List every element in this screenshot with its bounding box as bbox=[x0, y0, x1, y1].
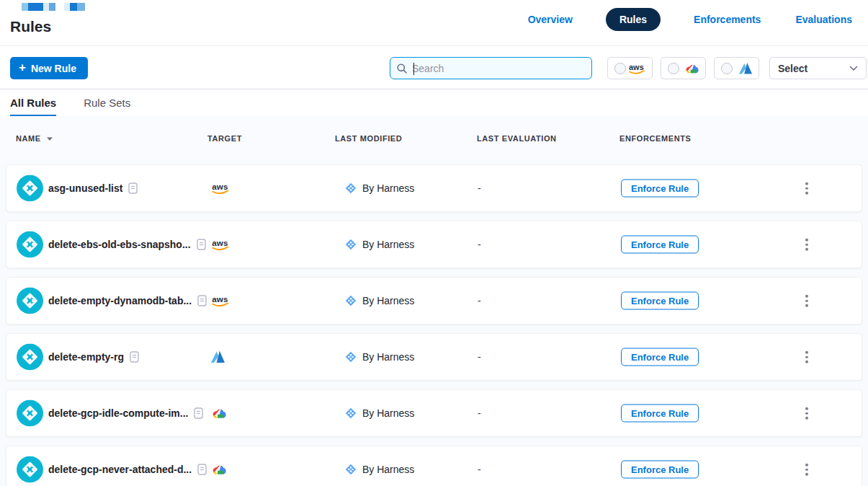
new-rule-button[interactable]: + New Rule bbox=[10, 57, 88, 79]
copy-icon[interactable] bbox=[197, 239, 206, 250]
harness-icon bbox=[345, 464, 357, 475]
target-cell bbox=[211, 239, 230, 251]
copy-icon[interactable] bbox=[194, 407, 203, 419]
harness-icon bbox=[345, 295, 357, 306]
table-row[interactable]: delete-gcp-idle-compute-im... By Harness… bbox=[6, 389, 862, 437]
copy-icon[interactable] bbox=[197, 295, 207, 306]
last-modified-text: By Harness bbox=[362, 351, 414, 363]
rule-badge-icon bbox=[17, 344, 43, 371]
search-input[interactable] bbox=[412, 63, 586, 74]
last-modified-cell: By Harness bbox=[345, 239, 414, 250]
aws-icon bbox=[628, 63, 645, 74]
rule-badge-icon bbox=[17, 175, 43, 202]
page-header: Rules Overview Rules Enforcements Evalua… bbox=[0, 0, 868, 46]
kebab-icon bbox=[805, 295, 808, 298]
filter-aws-toggle[interactable] bbox=[607, 57, 653, 79]
row-menu-button[interactable] bbox=[799, 239, 815, 251]
last-modified-cell: By Harness bbox=[345, 407, 414, 419]
harness-icon bbox=[345, 351, 357, 363]
harness-icon bbox=[345, 239, 357, 250]
table-row[interactable]: delete-ebs-old-ebs-snapsho... By Harness… bbox=[6, 221, 862, 268]
copy-icon[interactable] bbox=[130, 351, 139, 363]
table-row[interactable]: delete-empty-dynamodb-tab... By Harness … bbox=[6, 277, 862, 324]
radio-icon[interactable] bbox=[614, 63, 626, 74]
column-last-modified: LAST MODIFIED bbox=[335, 134, 402, 143]
last-modified-cell: By Harness bbox=[345, 351, 414, 363]
nav-enforcements[interactable]: Enforcements bbox=[692, 8, 762, 31]
table-row[interactable]: asg-unused-list By Harness - Enforce Rul… bbox=[6, 164, 862, 212]
rule-name[interactable]: delete-empty-rg bbox=[48, 351, 124, 363]
enforce-rule-button[interactable]: Enforce Rule bbox=[621, 461, 699, 479]
rule-name[interactable]: delete-gcp-idle-compute-im... bbox=[48, 407, 188, 419]
column-target: TARGET bbox=[207, 134, 242, 143]
last-modified-cell: By Harness bbox=[345, 295, 414, 306]
nav-overview[interactable]: Overview bbox=[527, 8, 574, 31]
gcp-icon bbox=[211, 407, 226, 420]
enforce-rule-button[interactable]: Enforce Rule bbox=[621, 180, 699, 198]
rule-name[interactable]: delete-gcp-never-attached-d... bbox=[48, 464, 192, 475]
row-menu-button[interactable] bbox=[799, 351, 815, 363]
last-evaluation-cell: - bbox=[478, 295, 481, 306]
enforce-rule-button[interactable]: Enforce Rule bbox=[621, 236, 699, 254]
new-rule-label: New Rule bbox=[31, 63, 76, 74]
rule-name[interactable]: delete-empty-dynamodb-tab... bbox=[48, 295, 192, 306]
tab-rule-sets[interactable]: Rule Sets bbox=[84, 89, 130, 116]
azure-icon bbox=[739, 63, 752, 74]
last-modified-text: By Harness bbox=[362, 295, 414, 306]
target-cell bbox=[211, 182, 230, 195]
filter-gcp-toggle[interactable] bbox=[661, 57, 706, 79]
breadcrumb-redacted bbox=[22, 3, 85, 11]
target-cell bbox=[211, 407, 226, 420]
last-modified-cell: By Harness bbox=[345, 464, 414, 475]
copy-icon[interactable] bbox=[197, 464, 207, 475]
column-last-evaluation: LAST EVALUATION bbox=[477, 134, 557, 143]
table-row[interactable]: delete-gcp-never-attached-d... By Harnes… bbox=[6, 446, 862, 486]
kebab-icon bbox=[805, 239, 808, 242]
last-evaluation-cell: - bbox=[478, 182, 481, 194]
provider-filters bbox=[607, 57, 759, 79]
rules-list: asg-unused-list By Harness - Enforce Rul… bbox=[0, 161, 868, 486]
kebab-icon bbox=[805, 182, 808, 185]
row-menu-button[interactable] bbox=[799, 407, 815, 420]
aws-icon bbox=[211, 295, 230, 307]
column-name[interactable]: NAME bbox=[16, 134, 53, 143]
select-dropdown[interactable]: Select bbox=[769, 57, 867, 79]
text-caret bbox=[413, 63, 414, 75]
target-cell bbox=[211, 295, 230, 307]
tab-all-rules[interactable]: All Rules bbox=[10, 89, 56, 116]
copy-icon[interactable] bbox=[128, 182, 138, 194]
row-menu-button[interactable] bbox=[799, 295, 815, 307]
target-cell bbox=[211, 351, 225, 363]
rule-badge-icon bbox=[17, 456, 43, 483]
search-box[interactable] bbox=[390, 57, 592, 79]
row-menu-button[interactable] bbox=[799, 182, 815, 195]
last-modified-cell: By Harness bbox=[345, 182, 414, 194]
enforce-rule-button[interactable]: Enforce Rule bbox=[621, 292, 699, 310]
filter-azure-toggle[interactable] bbox=[714, 57, 759, 79]
column-enforcements: ENFORCEMENTS bbox=[619, 134, 691, 143]
nav-evaluations[interactable]: Evaluations bbox=[794, 8, 854, 31]
azure-icon bbox=[211, 351, 225, 363]
harness-icon bbox=[345, 182, 357, 194]
enforce-rule-button[interactable]: Enforce Rule bbox=[621, 405, 699, 423]
rule-name[interactable]: delete-ebs-old-ebs-snapsho... bbox=[48, 239, 191, 250]
row-menu-button[interactable] bbox=[799, 464, 815, 476]
last-evaluation-cell: - bbox=[478, 464, 481, 475]
nav-rules[interactable]: Rules bbox=[606, 8, 661, 31]
enforce-rule-button[interactable]: Enforce Rule bbox=[621, 348, 699, 366]
top-nav: Overview Rules Enforcements Evaluations bbox=[527, 8, 854, 31]
last-modified-text: By Harness bbox=[362, 407, 414, 419]
aws-icon bbox=[211, 182, 230, 195]
search-icon bbox=[396, 63, 408, 74]
select-label: Select bbox=[778, 63, 807, 74]
table-row[interactable]: delete-empty-rg By Harness - Enforce Rul… bbox=[6, 333, 862, 381]
page-title: Rules bbox=[10, 18, 51, 35]
tab-strip: All Rules Rule Sets bbox=[0, 89, 868, 116]
rule-badge-icon bbox=[17, 400, 43, 427]
rule-badge-icon bbox=[17, 231, 43, 258]
radio-icon[interactable] bbox=[721, 63, 733, 74]
gcp-icon bbox=[684, 63, 699, 74]
rule-name[interactable]: asg-unused-list bbox=[48, 182, 122, 194]
radio-icon[interactable] bbox=[668, 63, 679, 74]
kebab-icon bbox=[805, 351, 808, 354]
